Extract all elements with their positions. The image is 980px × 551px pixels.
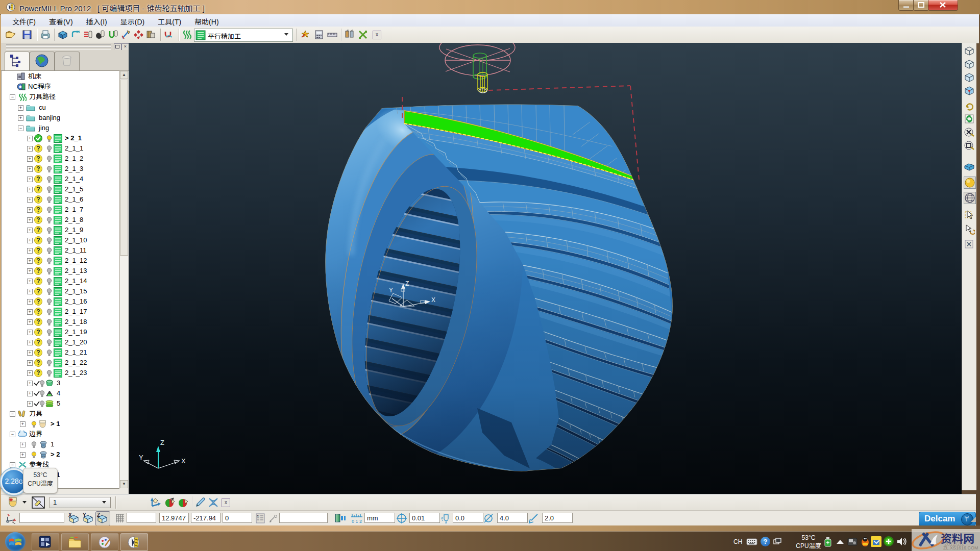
svg-text:?: ?	[36, 227, 40, 234]
svg-text:?: ?	[36, 298, 40, 305]
svg-text:?: ?	[36, 237, 40, 244]
svg-text:2012/2/2: 2012/2/2	[944, 541, 964, 547]
svg-text:?: ?	[36, 206, 40, 213]
svg-text:?: ?	[36, 308, 40, 315]
svg-text:?: ?	[36, 267, 40, 274]
svg-text:X: X	[68, 512, 72, 518]
svg-text:?: ?	[36, 186, 40, 193]
svg-text:?: ?	[36, 329, 40, 336]
svg-text:Z: Z	[97, 512, 100, 518]
svg-text:?: ?	[36, 288, 40, 295]
svg-text:?: ?	[36, 339, 40, 346]
svg-text:Y: Y	[389, 287, 393, 294]
svg-text:?: ?	[36, 155, 40, 162]
svg-text:?: ?	[36, 318, 40, 325]
svg-text:?: ?	[36, 278, 40, 285]
svg-text:X: X	[431, 296, 435, 304]
svg-text:Y: Y	[83, 512, 86, 518]
svg-text:Z: Z	[405, 280, 409, 287]
svg-text:?: ?	[36, 165, 40, 172]
svg-text:Z: Z	[160, 439, 164, 446]
svg-text:Y: Y	[139, 454, 143, 461]
svg-text:?: ?	[36, 216, 40, 223]
svg-text:X: X	[181, 457, 186, 465]
svg-text:0 1 2: 0 1 2	[352, 519, 362, 524]
svg-text:?: ?	[36, 359, 40, 366]
svg-text:?: ?	[36, 349, 40, 356]
svg-text:?: ?	[36, 176, 40, 183]
svg-text:?: ?	[36, 145, 40, 152]
svg-text:?: ?	[36, 369, 40, 377]
svg-text:?: ?	[36, 196, 40, 203]
svg-text:?: ?	[36, 257, 40, 264]
svg-text:?: ?	[36, 247, 40, 254]
